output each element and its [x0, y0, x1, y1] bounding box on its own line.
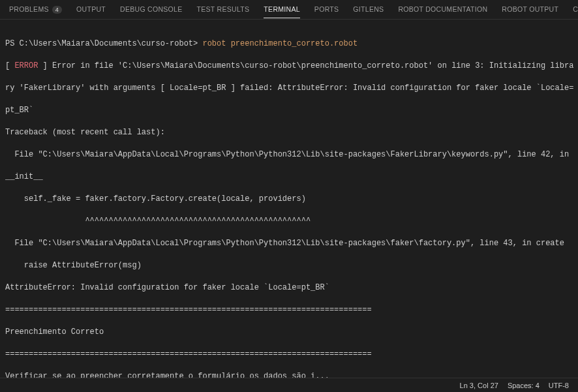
terminal-line: self._fake = faker.factory.Factory.creat…	[5, 194, 574, 205]
terminal-line: ========================================…	[5, 305, 574, 316]
panel-tabs: PROBLEMS4 OUTPUT DEBUG CONSOLE TEST RESU…	[0, 0, 578, 20]
terminal-line: pt_BR`	[5, 105, 574, 116]
tab-terminal[interactable]: TERMINAL	[264, 5, 300, 18]
tab-robot-documentation[interactable]: ROBOT DOCUMENTATION	[398, 5, 487, 18]
tab-test-results[interactable]: TEST RESULTS	[197, 5, 250, 18]
tab-problems[interactable]: PROBLEMS4	[9, 5, 62, 18]
terminal-line: ry 'FakerLibrary' with arguments [ Local…	[5, 83, 574, 94]
problems-badge: 4	[52, 6, 62, 14]
terminal-line: Preenchimento Correto	[5, 327, 574, 338]
tab-gitlens[interactable]: GITLENS	[353, 5, 384, 18]
tab-output[interactable]: OUTPUT	[76, 5, 106, 18]
terminal-line: [ ERROR ] Error in file 'C:\Users\Maiara…	[5, 61, 574, 72]
terminal-line: File "C:\Users\Maiara\AppData\Local\Prog…	[5, 149, 574, 160]
status-indent[interactable]: Spaces: 4	[508, 382, 540, 389]
terminal-line: __init__	[5, 172, 574, 183]
terminal-line: ^^^^^^^^^^^^^^^^^^^^^^^^^^^^^^^^^^^^^^^^…	[5, 216, 574, 227]
terminal-output[interactable]: PS C:\Users\Maiara\Documents\curso-robot…	[0, 20, 578, 378]
tab-comment[interactable]: COMMENT	[573, 5, 578, 18]
terminal-line: File "C:\Users\Maiara\AppData\Local\Prog…	[5, 238, 574, 249]
tab-ports[interactable]: PORTS	[314, 5, 339, 18]
tab-debug-console[interactable]: DEBUG CONSOLE	[120, 5, 183, 18]
status-bar: Ln 3, Col 27 Spaces: 4 UTF-8	[0, 378, 578, 392]
terminal-line: Verificar se ao preencher corretamente o…	[5, 371, 574, 378]
tab-robot-output[interactable]: ROBOT OUTPUT	[502, 5, 558, 18]
status-line-col[interactable]: Ln 3, Col 27	[460, 382, 498, 389]
terminal-line: PS C:\Users\Maiara\Documents\curso-robot…	[5, 38, 574, 50]
terminal-line: ========================================…	[5, 349, 574, 360]
terminal-line: raise AttributeError(msg)	[5, 260, 574, 271]
status-encoding[interactable]: UTF-8	[549, 382, 569, 389]
terminal-line: Traceback (most recent call last):	[5, 127, 574, 138]
terminal-line: AttributeError: Invalid configuration fo…	[5, 282, 574, 294]
